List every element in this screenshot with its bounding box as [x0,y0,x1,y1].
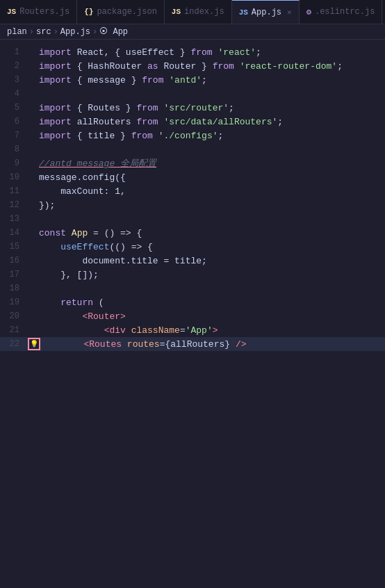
tab-label: index.js [184,7,224,17]
tab-label: .eslintrc.js [315,7,375,17]
breadcrumb: plan › src › App.js › ⦿ App [0,24,385,40]
code-line-15: 15 useEffect(() => { [0,240,385,254]
code-line-9: 9 //antd message 全局配置 [0,156,385,170]
code-line-21: 21 <div className='App'> [0,323,385,337]
breadcrumb-symbol: ⦿ App [99,26,128,37]
code-line-4: 4 [0,87,385,101]
code-line-12: 12 }); [0,198,385,212]
code-line-8: 8 [0,142,385,156]
tab-index[interactable]: JS index.js [165,0,232,24]
gear-icon: ⚙ [306,7,311,17]
breadcrumb-sep3: › [92,27,97,37]
tab-eslint[interactable]: ⚙ .eslintrc.js [300,0,383,24]
breadcrumb-sep: › [29,27,34,37]
code-line-5: 5 import { Routes } from 'src/router'; [0,101,385,115]
breadcrumb-sep2: › [54,27,58,37]
code-line-13: 13 [0,212,385,226]
code-line-1: 1 import React, { useEffect } from 'reac… [0,45,385,59]
code-line-20: 20 <Router> [0,309,385,323]
code-line-22: 22 💡 <Routes routes={allRouters} /> [0,337,385,351]
code-line-17: 17 }, []); [0,268,385,281]
tab-label: package.json [97,7,156,17]
ts-icon: JS [239,8,248,17]
code-line-16: 16 document.title = title; [0,254,385,268]
code-line-6: 6 import allRouters from 'src/data/allRo… [0,115,385,129]
tab-close-button[interactable]: ✕ [287,8,292,17]
js-icon: {} [84,8,93,16]
tab-app[interactable]: JS App.js ✕ [232,0,300,24]
code-line-19: 19 return ( [0,295,385,309]
breadcrumb-file: App.js [60,27,90,37]
tab-label: Routers.js [19,7,69,17]
tab-package[interactable]: {} package.json [77,0,165,24]
code-line-2: 2 import { HashRouter as Router } from '… [0,59,385,73]
code-editor: 1 import React, { useEffect } from 'reac… [0,40,385,357]
tab-routers[interactable]: JS Routers.js [0,0,77,24]
js-icon: JS [7,8,16,16]
tab-bar: JS Routers.js {} package.json JS index.j… [0,0,385,24]
js-icon: JS [172,8,181,16]
code-line-3: 3 import { message } from 'antd'; [0,73,385,87]
code-line-18: 18 [0,281,385,295]
tab-label: App.js [252,8,281,17]
breadcrumb-plan: plan [7,27,27,37]
breadcrumb-src: src [36,27,51,37]
code-line-11: 11 maxCount: 1, [0,184,385,198]
code-line-14: 14 const App = () => { [0,226,385,240]
lightbulb-icon[interactable]: 💡 [28,338,40,350]
code-line-10: 10 message.config({ [0,170,385,184]
code-line-7: 7 import { title } from './configs'; [0,129,385,142]
